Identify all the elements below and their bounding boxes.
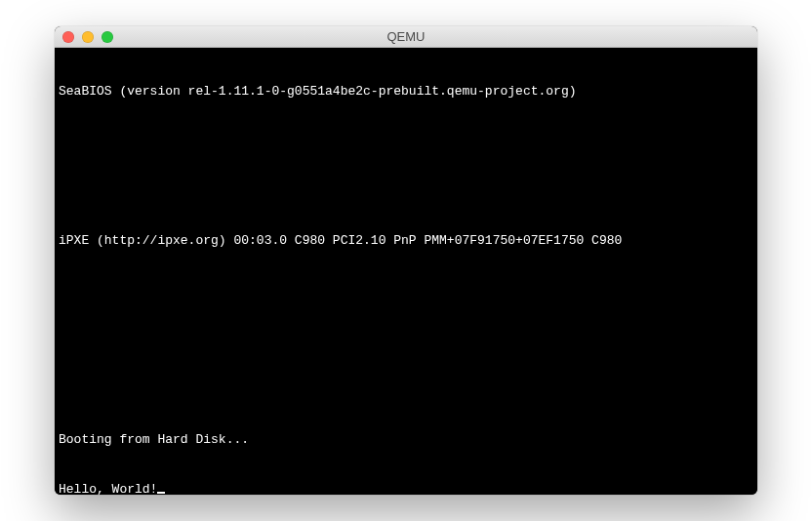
close-icon[interactable] xyxy=(62,31,74,43)
terminal-line xyxy=(59,332,753,348)
terminal-line xyxy=(59,381,753,398)
terminal-line: Hello, World! xyxy=(59,481,753,495)
terminal-line: Booting from Hard Disk... xyxy=(59,431,753,448)
titlebar[interactable]: QEMU xyxy=(55,26,757,48)
terminal-text: Hello, World! xyxy=(59,482,157,495)
minimize-icon[interactable] xyxy=(82,31,94,43)
qemu-window: QEMU SeaBIOS (version rel-1.11.1-0-g0551… xyxy=(55,26,757,495)
window-title: QEMU xyxy=(55,29,757,44)
terminal-line xyxy=(59,282,753,299)
terminal-output[interactable]: SeaBIOS (version rel-1.11.1-0-g0551a4be2… xyxy=(55,48,757,495)
traffic-lights xyxy=(55,31,113,43)
terminal-line xyxy=(59,133,753,149)
terminal-line xyxy=(59,182,753,199)
terminal-line: SeaBIOS (version rel-1.11.1-0-g0551a4be2… xyxy=(59,83,753,100)
cursor-icon xyxy=(157,492,165,494)
maximize-icon[interactable] xyxy=(102,31,113,43)
terminal-line: iPXE (http://ipxe.org) 00:03.0 C980 PCI2… xyxy=(59,232,753,249)
